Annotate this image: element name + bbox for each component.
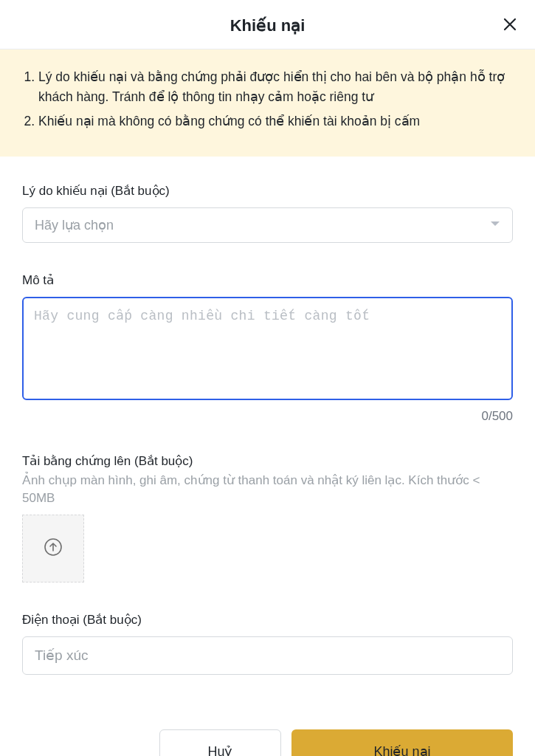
cancel-button[interactable]: Huỷ bbox=[159, 729, 281, 756]
modal-footer: Huỷ Khiếu nại bbox=[0, 729, 535, 756]
phone-input[interactable] bbox=[22, 636, 513, 675]
reason-select-placeholder: Hãy lựa chọn bbox=[35, 217, 114, 233]
close-icon[interactable] bbox=[503, 17, 517, 32]
notice-banner: Lý do khiếu nại và bằng chứng phải được … bbox=[0, 49, 535, 157]
reason-select[interactable]: Hãy lựa chọn bbox=[22, 207, 513, 243]
modal-title: Khiếu nại bbox=[230, 16, 306, 35]
chevron-down-icon bbox=[490, 219, 500, 232]
description-label: Mô tả bbox=[22, 272, 513, 288]
notice-item: Lý do khiếu nại và bằng chứng phải được … bbox=[38, 67, 514, 107]
upload-field-group: Tải bằng chứng lên (Bắt buộc) Ảnh chụp m… bbox=[22, 453, 513, 583]
submit-button[interactable]: Khiếu nại bbox=[291, 729, 513, 756]
reason-field-group: Lý do khiếu nại (Bắt buộc) Hãy lựa chọn bbox=[22, 183, 513, 243]
notice-list: Lý do khiếu nại và bằng chứng phải được … bbox=[21, 67, 514, 131]
description-textarea[interactable] bbox=[22, 297, 513, 400]
form-body: Lý do khiếu nại (Bắt buộc) Hãy lựa chọn … bbox=[0, 157, 535, 712]
upload-button[interactable] bbox=[22, 515, 84, 583]
modal-header: Khiếu nại bbox=[0, 0, 535, 49]
description-char-count: 0/500 bbox=[22, 409, 513, 424]
upload-label: Tải bằng chứng lên (Bắt buộc) bbox=[22, 453, 513, 469]
upload-icon bbox=[44, 537, 63, 560]
upload-help-text: Ảnh chụp màn hình, ghi âm, chứng từ than… bbox=[22, 472, 513, 507]
notice-item: Khiếu nại mà không có bằng chứng có thể … bbox=[38, 111, 514, 131]
phone-field-group: Điện thoại (Bắt buộc) bbox=[22, 612, 513, 675]
description-field-group: Mô tả 0/500 bbox=[22, 272, 513, 424]
reason-label: Lý do khiếu nại (Bắt buộc) bbox=[22, 183, 513, 199]
phone-label: Điện thoại (Bắt buộc) bbox=[22, 612, 513, 628]
